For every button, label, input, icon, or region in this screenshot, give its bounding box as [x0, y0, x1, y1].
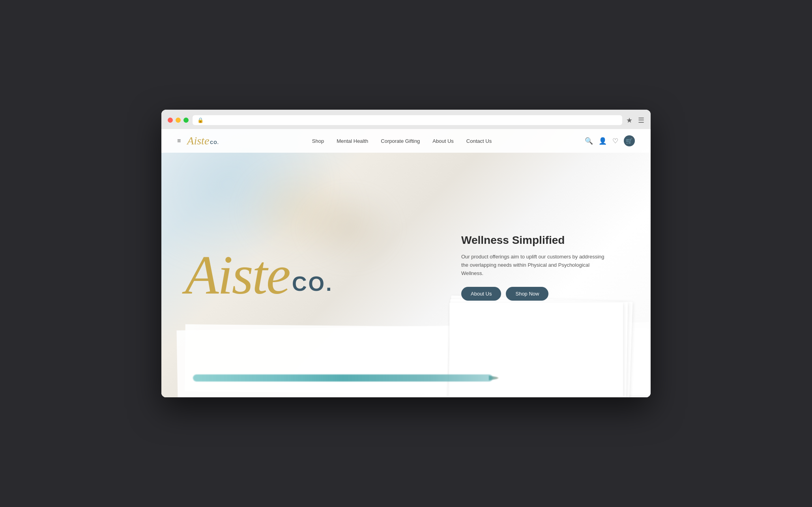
menu-icon[interactable]: ☰ [638, 116, 644, 125]
shop-now-button[interactable]: Shop Now [506, 287, 548, 301]
website: ≡ Aiste CO. Shop Mental Health Corporate… [161, 129, 651, 397]
browser-chrome: 🔒 ★ ☰ [161, 110, 651, 129]
bookmark-icon[interactable]: ★ [626, 116, 632, 125]
hero-description: Our product offerings aim to uplift our … [461, 253, 611, 277]
traffic-light-green[interactable] [183, 118, 189, 123]
hero-section: Aiste CO. Wellness Simplified Our produc… [161, 129, 651, 397]
traffic-light-red[interactable] [168, 118, 173, 123]
user-icon[interactable]: 👤 [599, 137, 607, 145]
nav-link-about-us[interactable]: About Us [432, 138, 453, 144]
nav-link-contact-us[interactable]: Contact Us [466, 138, 492, 144]
about-us-button[interactable]: About Us [461, 287, 501, 301]
hero-title: Wellness Simplified [461, 234, 627, 247]
search-icon[interactable]: 🔍 [585, 137, 593, 145]
nav-icons: 🔍 👤 ♡ 🛒 [585, 135, 635, 146]
hamburger-menu[interactable]: ≡ [177, 137, 181, 144]
browser-window: 🔒 ★ ☰ ≡ Aiste CO. Shop Mental Health Cor… [161, 110, 651, 397]
traffic-lights [168, 118, 189, 123]
navigation: ≡ Aiste CO. Shop Mental Health Corporate… [161, 129, 651, 153]
traffic-light-yellow[interactable] [176, 118, 181, 123]
hero-buttons: About Us Shop Now [461, 287, 627, 301]
lock-icon: 🔒 [197, 117, 204, 123]
nav-links: Shop Mental Health Corporate Gifting Abo… [312, 137, 492, 144]
hero-logo-area: Aiste CO. [185, 232, 461, 303]
nav-link-mental-health[interactable]: Mental Health [337, 138, 368, 144]
nav-logo[interactable]: Aiste CO. [187, 135, 219, 146]
cart-icon[interactable]: 🛒 [624, 135, 635, 146]
hero-content: Aiste CO. Wellness Simplified Our produc… [161, 129, 651, 397]
cart-symbol: 🛒 [626, 138, 632, 144]
hero-text-area: Wellness Simplified Our product offering… [461, 234, 627, 301]
logo-co: CO. [210, 140, 219, 145]
nav-link-shop[interactable]: Shop [312, 138, 324, 144]
nav-link-corporate-gifting[interactable]: Corporate Gifting [381, 138, 420, 144]
browser-actions: ★ ☰ [626, 116, 644, 125]
wishlist-icon[interactable]: ♡ [612, 137, 618, 145]
hero-logo-script: Aiste [185, 247, 290, 303]
hero-logo-co: CO. [292, 272, 333, 296]
logo-script: Aiste [187, 135, 209, 146]
address-bar[interactable]: 🔒 [193, 115, 622, 125]
